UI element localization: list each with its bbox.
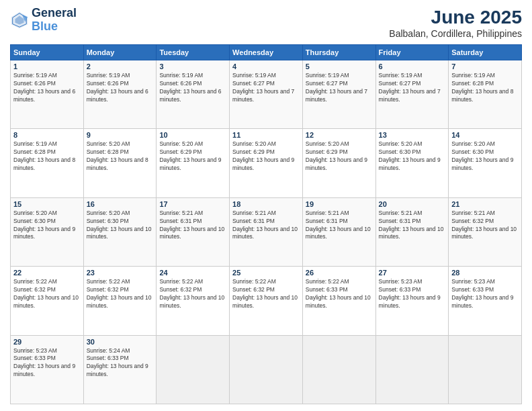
day-18: 18 Sunrise: 5:21 AMSunset: 6:31 PMDaylig… (230, 197, 303, 266)
day-12: 12 Sunrise: 5:20 AMSunset: 6:29 PMDaylig… (302, 129, 375, 197)
day-15: 15 Sunrise: 5:20 AMSunset: 6:30 PMDaylig… (11, 197, 84, 266)
day-20: 20 Sunrise: 5:21 AMSunset: 6:31 PMDaylig… (375, 197, 449, 266)
day-6: 6 Sunrise: 5:19 AMSunset: 6:27 PMDayligh… (375, 60, 449, 129)
day-13: 13 Sunrise: 5:20 AMSunset: 6:30 PMDaylig… (375, 129, 449, 197)
calendar: Sunday Monday Tuesday Wednesday Thursday… (10, 44, 522, 404)
day-16: 16 Sunrise: 5:20 AMSunset: 6:30 PMDaylig… (83, 197, 157, 266)
logo-icon (10, 11, 29, 30)
page: General Blue June 2025 Balbalan, Cordill… (0, 0, 532, 411)
empty-cell (157, 335, 230, 404)
day-2: 2 Sunrise: 5:19 AMSunset: 6:26 PMDayligh… (83, 60, 157, 129)
table-row: 15 Sunrise: 5:20 AMSunset: 6:30 PMDaylig… (11, 197, 522, 266)
col-thursday: Thursday (302, 45, 375, 60)
day-25: 25 Sunrise: 5:22 AMSunset: 6:32 PMDaylig… (230, 267, 303, 335)
day-27: 27 Sunrise: 5:23 AMSunset: 6:33 PMDaylig… (375, 267, 449, 335)
col-friday: Friday (375, 45, 449, 60)
empty-cell (449, 335, 522, 404)
empty-cell (302, 335, 375, 404)
day-5: 5 Sunrise: 5:19 AMSunset: 6:27 PMDayligh… (302, 60, 375, 129)
day-21: 21 Sunrise: 5:21 AMSunset: 6:32 PMDaylig… (449, 197, 522, 266)
day-23: 23 Sunrise: 5:22 AMSunset: 6:32 PMDaylig… (83, 267, 157, 335)
day-7: 7 Sunrise: 5:19 AMSunset: 6:28 PMDayligh… (449, 60, 522, 129)
day-28: 28 Sunrise: 5:23 AMSunset: 6:33 PMDaylig… (449, 267, 522, 335)
day-4: 4 Sunrise: 5:19 AMSunset: 6:27 PMDayligh… (230, 60, 303, 129)
day-9: 9 Sunrise: 5:20 AMSunset: 6:28 PMDayligh… (83, 129, 157, 197)
empty-cell (375, 335, 449, 404)
table-row: 29 Sunrise: 5:23 AMSunset: 6:33 PMDaylig… (11, 335, 522, 404)
table-row: 1 Sunrise: 5:19 AMSunset: 6:26 PMDayligh… (11, 60, 522, 129)
col-wednesday: Wednesday (230, 45, 303, 60)
day-26: 26 Sunrise: 5:22 AMSunset: 6:33 PMDaylig… (302, 267, 375, 335)
logo-text: General Blue (32, 7, 77, 34)
day-24: 24 Sunrise: 5:22 AMSunset: 6:32 PMDaylig… (157, 267, 230, 335)
calendar-header-row: Sunday Monday Tuesday Wednesday Thursday… (11, 45, 522, 60)
logo: General Blue (10, 7, 77, 34)
day-8: 8 Sunrise: 5:19 AMSunset: 6:28 PMDayligh… (11, 129, 84, 197)
day-19: 19 Sunrise: 5:21 AMSunset: 6:31 PMDaylig… (302, 197, 375, 266)
empty-cell (230, 335, 303, 404)
col-monday: Monday (83, 45, 157, 60)
title-area: June 2025 Balbalan, Cordillera, Philippi… (389, 7, 522, 39)
day-17: 17 Sunrise: 5:21 AMSunset: 6:31 PMDaylig… (157, 197, 230, 266)
table-row: 22 Sunrise: 5:22 AMSunset: 6:32 PMDaylig… (11, 267, 522, 335)
col-sunday: Sunday (11, 45, 84, 60)
table-row: 8 Sunrise: 5:19 AMSunset: 6:28 PMDayligh… (11, 129, 522, 197)
day-11: 11 Sunrise: 5:20 AMSunset: 6:29 PMDaylig… (230, 129, 303, 197)
header: General Blue June 2025 Balbalan, Cordill… (10, 7, 522, 39)
day-10: 10 Sunrise: 5:20 AMSunset: 6:29 PMDaylig… (157, 129, 230, 197)
location-title: Balbalan, Cordillera, Philippines (389, 28, 522, 39)
month-title: June 2025 (389, 7, 522, 28)
day-1: 1 Sunrise: 5:19 AMSunset: 6:26 PMDayligh… (11, 60, 84, 129)
col-saturday: Saturday (449, 45, 522, 60)
day-3: 3 Sunrise: 5:19 AMSunset: 6:26 PMDayligh… (157, 60, 230, 129)
day-29: 29 Sunrise: 5:23 AMSunset: 6:33 PMDaylig… (11, 335, 84, 404)
day-14: 14 Sunrise: 5:20 AMSunset: 6:30 PMDaylig… (449, 129, 522, 197)
col-tuesday: Tuesday (157, 45, 230, 60)
day-22: 22 Sunrise: 5:22 AMSunset: 6:32 PMDaylig… (11, 267, 84, 335)
day-30: 30 Sunrise: 5:24 AMSunset: 6:33 PMDaylig… (83, 335, 157, 404)
